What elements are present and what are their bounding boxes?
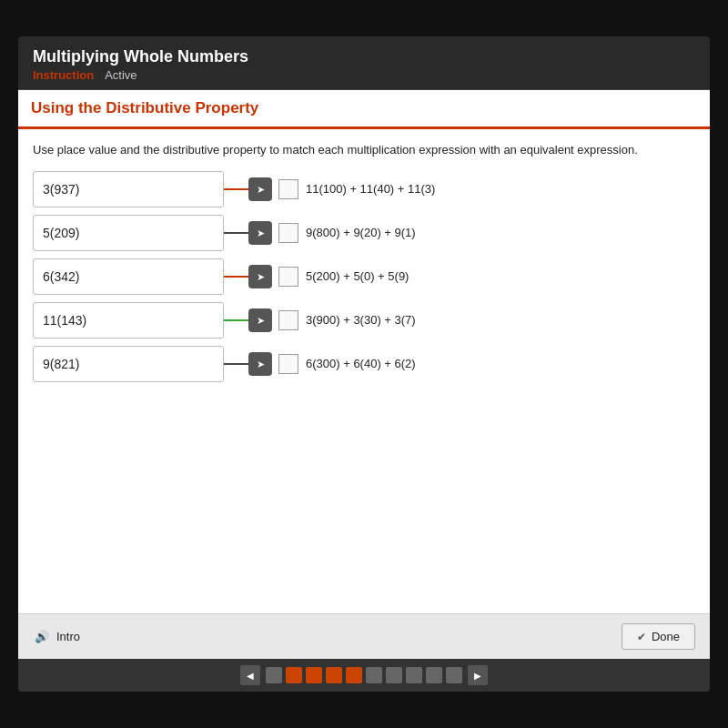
left-column: 3(937) 5(209) 6(342) 11(143) 9(821): [33, 171, 224, 382]
nav-prev-button[interactable]: ◀: [240, 665, 260, 685]
outer-wrapper: Multiplying Whole Numbers Instruction Ac…: [0, 0, 728, 728]
instruction-text: Use place value and the distributive pro…: [33, 142, 695, 158]
left-expr-2: 5(209): [43, 226, 79, 240]
nav-dot-7[interactable]: [386, 667, 402, 683]
nav-next-button[interactable]: ▶: [468, 665, 488, 685]
right-expr-4: 3(900) + 3(30) + 3(7): [306, 313, 416, 329]
right-expr-3: 5(200) + 5(0) + 5(9): [306, 269, 409, 285]
header: Multiplying Whole Numbers Instruction Ac…: [18, 36, 710, 90]
nav-dot-3[interactable]: [306, 667, 322, 683]
page-title: Multiplying Whole Numbers: [33, 47, 695, 66]
checkbox-1[interactable]: [278, 179, 298, 199]
bottom-nav: ◀ ▶: [18, 659, 710, 692]
nav-dot-1[interactable]: [266, 667, 282, 683]
left-expr-5: 9(821): [43, 357, 79, 371]
header-meta: Instruction Active: [33, 68, 695, 82]
nav-dot-10[interactable]: [446, 667, 462, 683]
list-item: 11(143): [33, 302, 224, 339]
active-label: Active: [105, 68, 136, 82]
left-expr-1: 3(937): [43, 182, 79, 197]
checkbox-5[interactable]: [278, 354, 298, 374]
content-area: Using the Distributive Property Use plac…: [18, 90, 710, 659]
arrow-button-5[interactable]: [248, 352, 272, 376]
arrow-connector-4: [224, 302, 278, 339]
right-expr-2: 9(800) + 9(20) + 9(1): [306, 226, 416, 241]
right-expr-5: 6(300) + 6(40) + 6(2): [306, 357, 416, 372]
intro-button[interactable]: 🔊 Intro: [33, 628, 80, 646]
right-expr-1: 11(100) + 11(40) + 11(3): [306, 182, 435, 197]
nav-dot-6[interactable]: [366, 667, 382, 683]
arrow-connector-2: [224, 215, 278, 251]
checkbox-3[interactable]: [278, 267, 298, 287]
nav-dot-8[interactable]: [406, 667, 422, 683]
list-item: 9(821): [33, 346, 224, 382]
arrow-button-2[interactable]: [248, 221, 272, 245]
footer-bar: 🔊 Intro Done: [18, 613, 710, 659]
arrow-connector-5: [224, 346, 278, 382]
arrow-connector-3: [224, 258, 278, 295]
left-expr-4: 11(143): [43, 313, 86, 328]
app-container: Multiplying Whole Numbers Instruction Ac…: [18, 36, 710, 692]
nav-dot-9[interactable]: [426, 667, 442, 683]
list-item: 3(937): [33, 171, 224, 207]
arrow-connector-1: [224, 171, 278, 207]
left-expr-3: 6(342): [43, 269, 79, 284]
arrow-button-3[interactable]: [248, 265, 272, 288]
list-item: 5(209): [33, 215, 224, 251]
main-content: Use place value and the distributive pro…: [18, 129, 710, 613]
done-button[interactable]: Done: [622, 623, 695, 650]
nav-dots: [266, 667, 462, 683]
done-label: Done: [652, 630, 680, 643]
checkbox-2[interactable]: [278, 223, 298, 243]
matching-container: 3(937) 5(209) 6(342) 11(143) 9(821): [33, 171, 695, 382]
list-item: 6(300) + 6(40) + 6(2): [278, 346, 695, 382]
list-item: 3(900) + 3(30) + 3(7): [278, 302, 695, 339]
arrow-button-1[interactable]: [248, 177, 272, 201]
list-item: 6(342): [33, 258, 224, 295]
intro-label: Intro: [56, 630, 80, 643]
section-header: Using the Distributive Property: [18, 90, 710, 129]
right-column: 11(100) + 11(40) + 11(3) 9(800) + 9(20) …: [278, 171, 695, 382]
speaker-icon: 🔊: [33, 628, 51, 646]
list-item: 9(800) + 9(20) + 9(1): [278, 215, 695, 251]
instruction-label: Instruction: [33, 68, 94, 82]
nav-dot-4[interactable]: [326, 667, 342, 683]
nav-dot-5[interactable]: [346, 667, 362, 683]
list-item: 11(100) + 11(40) + 11(3): [278, 171, 695, 207]
checkbox-4[interactable]: [278, 310, 298, 330]
arrow-button-4[interactable]: [248, 308, 272, 332]
list-item: 5(200) + 5(0) + 5(9): [278, 258, 695, 295]
nav-dot-2[interactable]: [286, 667, 302, 683]
section-title: Using the Distributive Property: [31, 99, 697, 117]
middle-column: [224, 171, 278, 382]
